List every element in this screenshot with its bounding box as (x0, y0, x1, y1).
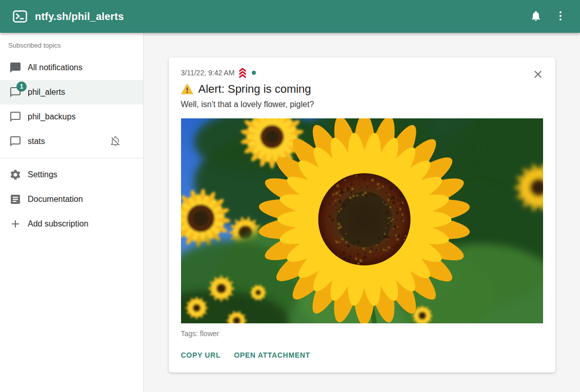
close-notification-button[interactable] (531, 68, 545, 82)
chat-bubble-outline-icon (9, 135, 22, 148)
sidebar: Subscribed topics All notifications 1 ph… (0, 33, 144, 392)
bell-icon (530, 10, 542, 24)
chat-bubble-outline-icon (9, 111, 22, 123)
terminal-logo-icon (12, 9, 28, 24)
notification-title-row: Alert: Spring is coming (181, 81, 543, 97)
close-x-icon (532, 68, 544, 82)
sidebar-item-label: phil_alerts (28, 88, 65, 97)
notification-meta: 3/11/22, 9:42 AM (181, 68, 543, 78)
triple-chevron-up-icon (237, 68, 248, 78)
unread-count-badge: 1 (16, 81, 27, 92)
attachment-image[interactable] (181, 118, 543, 323)
notifications-bell-button[interactable] (524, 4, 548, 29)
sidebar-item-label: stats (28, 137, 45, 146)
document-icon (9, 193, 22, 205)
notification-card: 3/11/22, 9:42 AM (169, 57, 555, 373)
sidebar-item-settings[interactable]: Settings (0, 162, 143, 187)
app-title: ntfy.sh/phil_alerts (35, 11, 124, 23)
sidebar-item-label: Documentation (28, 195, 83, 204)
app-bar: ntfy.sh/phil_alerts (0, 0, 580, 33)
chat-bubble-filled-icon (9, 61, 22, 74)
bell-off-icon (109, 135, 122, 148)
sidebar-item-phil-alerts[interactable]: 1 phil_alerts (0, 80, 143, 105)
kebab-menu-icon (554, 10, 567, 24)
notification-body: Well, isn't that a lovely flower, piglet… (181, 99, 543, 110)
chat-bubble-outline-icon: 1 (9, 86, 22, 98)
copy-url-button[interactable]: COPY URL (181, 351, 221, 359)
card-actions: COPY URL OPEN ATTACHMENT (181, 351, 543, 359)
gear-icon (9, 169, 22, 181)
unread-dot (252, 71, 256, 75)
sidebar-divider (0, 158, 143, 158)
sidebar-item-label: phil_backups (28, 112, 75, 121)
sidebar-item-label: All notifications (28, 63, 83, 72)
open-attachment-button[interactable]: OPEN ATTACHMENT (234, 351, 310, 359)
notification-tags: Tags: flower (181, 329, 543, 338)
notification-title: Alert: Spring is coming (198, 81, 311, 97)
appbar-actions (524, 4, 573, 29)
sidebar-item-all-notifications[interactable]: All notifications (0, 55, 143, 80)
sidebar-section-label: Subscribed topics (0, 41, 143, 55)
sidebar-item-stats[interactable]: stats (0, 129, 143, 154)
sidebar-item-documentation[interactable]: Documentation (0, 187, 143, 212)
warning-triangle-emoji (181, 83, 193, 95)
overflow-menu-button[interactable] (548, 4, 573, 29)
sidebar-item-add-subscription[interactable]: Add subscription (0, 212, 143, 236)
sidebar-item-phil-backups[interactable]: phil_backups (0, 105, 143, 129)
notification-timestamp: 3/11/22, 9:42 AM (181, 69, 235, 77)
main-content: 3/11/22, 9:42 AM (144, 33, 580, 392)
plus-icon (9, 218, 22, 230)
sidebar-item-label: Add subscription (28, 219, 88, 229)
ntfy-app: ntfy.sh/phil_alerts Subscribed to (0, 0, 580, 392)
sidebar-item-label: Settings (28, 170, 57, 179)
